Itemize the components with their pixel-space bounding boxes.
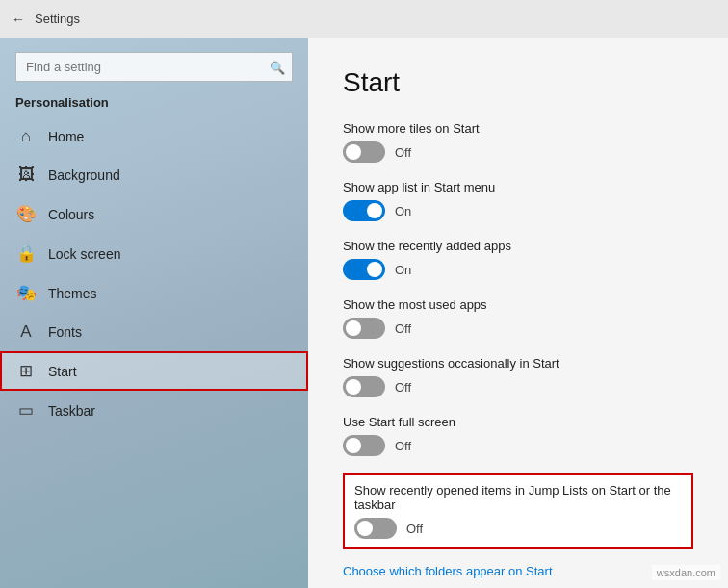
toggle-full-screen[interactable] — [343, 435, 385, 456]
toggle-thumb-full-screen — [346, 438, 361, 453]
sidebar: 🔍 Personalisation ⌂Home🖼Background🎨Colou… — [0, 38, 308, 588]
toggle-recently-opened[interactable] — [354, 518, 397, 539]
toggle-thumb-show-recently-added — [367, 262, 382, 277]
toggle-state-label-recently-opened: Off — [406, 522, 423, 536]
toggle-state-label-show-suggestions: Off — [395, 380, 411, 395]
title-bar-title: Settings — [35, 12, 80, 26]
setting-label-show-recently-added: Show the recently added apps — [343, 239, 693, 253]
toggle-state-label-full-screen: Off — [395, 439, 411, 453]
toggle-thumb-show-more-tiles — [346, 144, 361, 160]
toggle-show-most-used[interactable] — [343, 318, 385, 339]
toggle-thumb-show-most-used — [346, 320, 361, 336]
toggle-thumb-show-app-list — [367, 203, 382, 218]
setting-label-full-screen: Use Start full screen — [343, 415, 693, 429]
sidebar-item-label-themes: Themes — [48, 286, 97, 301]
start-icon: ⊞ — [15, 361, 37, 381]
setting-row-show-most-used: Show the most used appsOff — [343, 297, 693, 339]
toggle-row-show-most-used: Off — [343, 318, 693, 339]
themes-icon: 🎭 — [15, 283, 37, 303]
setting-row-show-suggestions: Show suggestions occasionally in StartOf… — [343, 356, 693, 397]
background-icon: 🖼 — [15, 166, 37, 185]
colours-icon: 🎨 — [15, 204, 37, 224]
sidebar-item-label-colours: Colours — [48, 207, 94, 222]
fonts-icon: A — [15, 322, 37, 342]
toggle-row-show-app-list: On — [343, 200, 693, 221]
setting-label-recently-opened: Show recently opened items in Jump Lists… — [354, 483, 682, 512]
back-button[interactable]: ← — [12, 12, 25, 27]
search-container: 🔍 — [15, 52, 293, 82]
lock-screen-icon: 🔒 — [15, 243, 37, 264]
toggle-thumb-show-suggestions — [346, 379, 361, 395]
main-container: 🔍 Personalisation ⌂Home🖼Background🎨Colou… — [0, 38, 728, 588]
setting-label-show-most-used: Show the most used apps — [343, 297, 693, 312]
title-bar: ← Settings — [0, 0, 728, 38]
toggle-thumb-recently-opened — [357, 521, 373, 536]
setting-row-show-recently-added: Show the recently added appsOn — [343, 239, 693, 280]
sidebar-item-label-lock-screen: Lock screen — [48, 246, 120, 262]
page-title: Start — [343, 67, 693, 98]
watermark: wsxdan.com — [652, 565, 720, 580]
setting-label-show-suggestions: Show suggestions occasionally in Start — [343, 356, 693, 371]
section-label: Personalisation — [0, 91, 308, 117]
toggle-row-full-screen: Off — [343, 435, 693, 456]
sidebar-item-lock-screen[interactable]: 🔒Lock screen — [0, 234, 308, 273]
sidebar-item-label-home: Home — [48, 129, 84, 144]
toggle-state-label-show-more-tiles: Off — [395, 145, 411, 160]
sidebar-item-taskbar[interactable]: ▭Taskbar — [0, 391, 308, 430]
sidebar-item-start[interactable]: ⊞Start — [0, 351, 308, 391]
setting-row-show-more-tiles: Show more tiles on StartOff — [343, 121, 693, 163]
sidebar-item-background[interactable]: 🖼Background — [0, 156, 308, 194]
sidebar-item-themes[interactable]: 🎭Themes — [0, 273, 308, 313]
right-panel: Start Show more tiles on StartOffShow ap… — [308, 38, 728, 588]
sidebar-items-container: ⌂Home🖼Background🎨Colours🔒Lock screen🎭The… — [0, 117, 308, 430]
toggle-show-suggestions[interactable] — [343, 376, 385, 397]
setting-label-show-more-tiles: Show more tiles on Start — [343, 121, 693, 136]
toggle-state-label-show-app-list: On — [395, 204, 411, 218]
search-icon: 🔍 — [270, 60, 285, 74]
sidebar-item-home[interactable]: ⌂Home — [0, 117, 308, 156]
toggle-show-more-tiles[interactable] — [343, 141, 385, 163]
setting-row-recently-opened: Show recently opened items in Jump Lists… — [343, 473, 693, 549]
search-input[interactable] — [15, 52, 293, 82]
sidebar-item-fonts[interactable]: AFonts — [0, 313, 308, 351]
setting-label-show-app-list: Show app list in Start menu — [343, 180, 693, 194]
sidebar-item-label-background: Background — [48, 167, 120, 183]
choose-folders-link[interactable]: Choose which folders appear on Start — [343, 564, 553, 578]
setting-row-show-app-list: Show app list in Start menuOn — [343, 180, 693, 221]
sidebar-item-label-fonts: Fonts — [48, 324, 82, 340]
toggle-state-label-show-recently-added: On — [395, 263, 411, 277]
toggle-row-show-more-tiles: Off — [343, 141, 693, 163]
sidebar-item-label-start: Start — [48, 364, 77, 379]
sidebar-item-colours[interactable]: 🎨Colours — [0, 194, 308, 234]
home-icon: ⌂ — [15, 127, 37, 146]
toggle-show-recently-added[interactable] — [343, 259, 385, 280]
toggle-row-show-suggestions: Off — [343, 376, 693, 397]
sidebar-item-label-taskbar: Taskbar — [48, 403, 95, 419]
settings-list: Show more tiles on StartOffShow app list… — [343, 121, 693, 549]
toggle-show-app-list[interactable] — [343, 200, 385, 221]
toggle-row-show-recently-added: On — [343, 259, 693, 280]
toggle-state-label-show-most-used: Off — [395, 321, 411, 336]
taskbar-icon: ▭ — [15, 400, 37, 421]
toggle-row-recently-opened: Off — [354, 518, 682, 539]
setting-row-full-screen: Use Start full screenOff — [343, 415, 693, 456]
